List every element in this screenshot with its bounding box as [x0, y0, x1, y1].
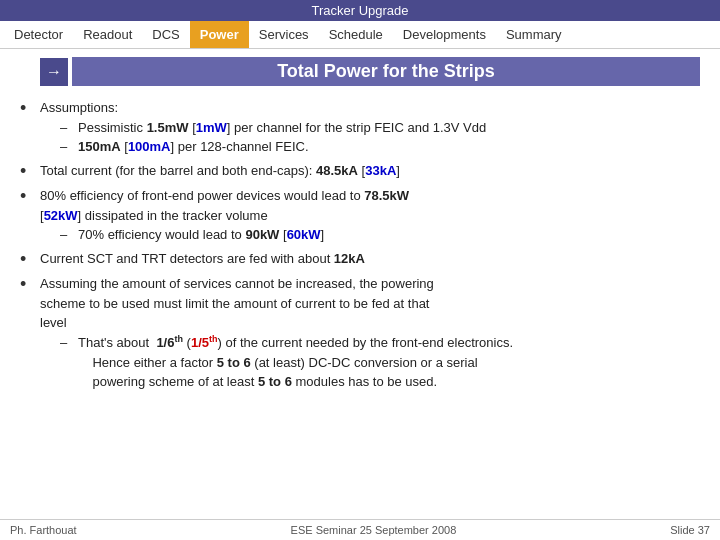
efficiency-content: 80% efficiency of front-end power device… — [40, 186, 700, 245]
bullet-dot-2: • — [20, 161, 40, 183]
nav-developments[interactable]: Developments — [393, 21, 496, 48]
bullet-assumptions: • Assumptions: – Pessimistic 1.5mW [1mW]… — [20, 98, 700, 157]
sub-dash-3: – — [60, 225, 78, 245]
nav-summary[interactable]: Summary — [496, 21, 572, 48]
bullet-dot-4: • — [20, 249, 40, 271]
title-text: Tracker Upgrade — [311, 3, 408, 18]
sub3-text: 70% efficiency would lead to 90kW [60kW] — [78, 225, 324, 245]
assuming-content: Assuming the amount of services cannot b… — [40, 274, 700, 391]
footer-slide: Slide 37 — [670, 524, 710, 536]
assuming-text: Assuming the amount of services cannot b… — [40, 276, 434, 330]
sct-text: Current SCT and TRT detectors are fed wi… — [40, 251, 365, 266]
bullet-sct: • Current SCT and TRT detectors are fed … — [20, 249, 700, 271]
nav-detector[interactable]: Detector — [4, 21, 73, 48]
nav-dcs[interactable]: DCS — [142, 21, 189, 48]
total-current-text: Total current (for the barrel and both e… — [40, 163, 400, 178]
footer: Ph. Farthouat ESE Seminar 25 September 2… — [0, 519, 720, 540]
section-header: → Total Power for the Strips — [40, 57, 700, 86]
sub-item-3: – 70% efficiency would lead to 90kW [60k… — [60, 225, 700, 245]
section-title: Total Power for the Strips — [72, 57, 700, 86]
assumptions-label: Assumptions: — [40, 100, 118, 115]
nav-bar: Detector Readout DCS Power Services Sche… — [0, 21, 720, 49]
sub-item-1: – Pessimistic 1.5mW [1mW] per channel fo… — [60, 118, 700, 138]
sub1-text: Pessimistic 1.5mW [1mW] per channel for … — [78, 118, 486, 138]
sct-content: Current SCT and TRT detectors are fed wi… — [40, 249, 700, 269]
assumptions-content: Assumptions: – Pessimistic 1.5mW [1mW] p… — [40, 98, 700, 157]
bullet-dot-5: • — [20, 274, 40, 296]
sub4-text: That's about 1/6th (1/5th) of the curren… — [78, 333, 513, 392]
bullet-efficiency: • 80% efficiency of front-end power devi… — [20, 186, 700, 245]
footer-event: ESE Seminar 25 September 2008 — [291, 524, 457, 536]
bullet-dot-1: • — [20, 98, 40, 120]
sub-dash-1: – — [60, 118, 78, 138]
bullet-dot-3: • — [20, 186, 40, 208]
nav-services[interactable]: Services — [249, 21, 319, 48]
main-content: • Assumptions: – Pessimistic 1.5mW [1mW]… — [0, 94, 720, 400]
bullet-assuming: • Assuming the amount of services cannot… — [20, 274, 700, 391]
sub-dash-2: – — [60, 137, 78, 157]
sub-item-4: – That's about 1/6th (1/5th) of the curr… — [60, 333, 700, 392]
title-bar: Tracker Upgrade — [0, 0, 720, 21]
bullet-total-current: • Total current (for the barrel and both… — [20, 161, 700, 183]
sub-dash-4: – — [60, 333, 78, 353]
nav-schedule[interactable]: Schedule — [319, 21, 393, 48]
sub-item-2: – 150mA [100mA] per 128-channel FEIC. — [60, 137, 700, 157]
sub2-text: 150mA [100mA] per 128-channel FEIC. — [78, 137, 309, 157]
arrow-icon: → — [40, 58, 68, 86]
footer-author: Ph. Farthouat — [10, 524, 77, 536]
nav-power[interactable]: Power — [190, 21, 249, 48]
efficiency-text: 80% efficiency of front-end power device… — [40, 188, 409, 223]
nav-readout[interactable]: Readout — [73, 21, 142, 48]
total-current-content: Total current (for the barrel and both e… — [40, 161, 700, 181]
